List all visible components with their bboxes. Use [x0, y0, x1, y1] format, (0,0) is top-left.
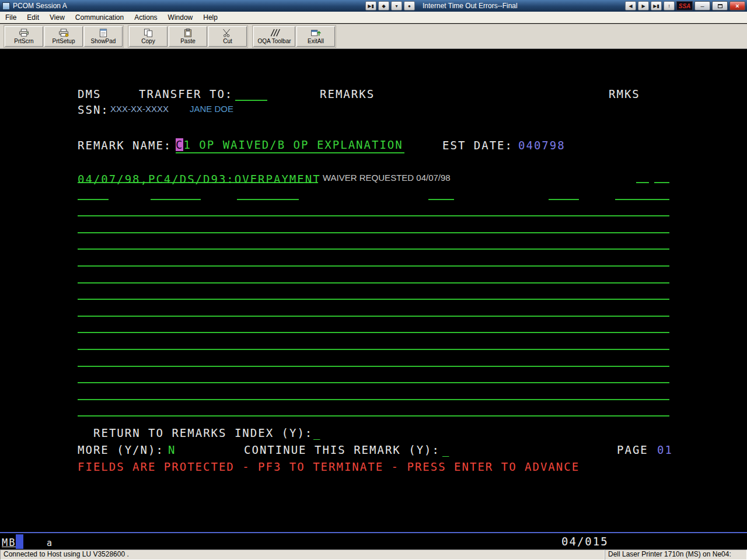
prtscrn-button[interactable]: PrtScrn: [5, 26, 43, 47]
cut-button[interactable]: Cut: [208, 26, 247, 47]
redaction-patch: [579, 195, 615, 202]
record-button[interactable]: ●: [404, 1, 415, 10]
titlebar-left: PCOM Session A: [0, 2, 365, 10]
paste-button[interactable]: Paste: [169, 26, 207, 47]
blank-remark-line: [78, 232, 669, 233]
blank-remark-line: [78, 215, 669, 216]
more-label: MORE (Y/N):: [78, 443, 164, 456]
blank-remark-line: [78, 366, 669, 367]
copy-icon: [142, 29, 154, 37]
menubar: File Edit View Communication Actions Win…: [0, 12, 747, 23]
close-button[interactable]: ×: [729, 1, 745, 10]
remark-name-label: REMARK NAME:: [78, 139, 172, 152]
toolbar-group-print: PrtScrn PrtSetup ShowPad: [4, 25, 124, 48]
blank-remark-line: [78, 316, 669, 317]
redaction-patch: [454, 195, 549, 202]
printer-status: Dell Laser Printer 1710n (MS) on Ne04:: [605, 550, 747, 560]
cursor-position-indicator: 04/015: [561, 535, 609, 548]
ssa-logo: SSA: [676, 1, 693, 10]
oqa-lines-icon: [268, 29, 280, 37]
paste-icon: [182, 29, 194, 37]
toolbar: PrtScrn PrtSetup ShowPad Copy Paste: [0, 24, 747, 49]
nav-back-button[interactable]: ◀: [625, 1, 636, 10]
menu-actions[interactable]: Actions: [129, 12, 162, 23]
ssn-value: XXX-XX-XXXX: [110, 104, 169, 114]
window-title: PCOM Session A: [13, 2, 67, 10]
blank-remark-line: [78, 399, 669, 400]
restore-button[interactable]: [712, 1, 728, 10]
est-date-value: 040798: [518, 139, 566, 152]
oia-status-indicator: MB: [2, 536, 16, 549]
blank-remark-line: [78, 249, 669, 250]
media-clip-button[interactable]: ▶▮: [365, 1, 376, 10]
page-label: PAGE: [617, 443, 648, 456]
remark-name-field[interactable]: C1 OP WAIVED/B OP EXPLANATION: [176, 138, 404, 153]
blank-remark-line: [78, 415, 669, 416]
restore-icon: [718, 4, 722, 8]
menu-edit[interactable]: Edit: [22, 12, 44, 23]
blank-remark-line: [78, 265, 669, 267]
window-titlebar: PCOM Session A ▶▮ ◆ ▾ ● Internet Time Ou…: [0, 0, 747, 12]
blank-remark-line: [78, 299, 669, 300]
remark-annotation: WAIVER REQUESTED 04/07/98: [323, 173, 451, 183]
terminal-cursor[interactable]: C: [176, 138, 183, 151]
copy-label: Copy: [141, 38, 155, 44]
app-icon: [2, 2, 10, 10]
embedded-titlebar: ▶▮ ◆ ▾ ● Internet Time Out Errors--Final…: [365, 1, 747, 10]
exitall-button[interactable]: ExitAll: [296, 26, 335, 47]
diamond-button[interactable]: ◆: [378, 1, 389, 10]
transfer-to-label: TRANSFER TO:: [139, 88, 233, 100]
alert-button[interactable]: !: [664, 1, 675, 10]
cut-label: Cut: [223, 38, 232, 44]
pcom-window: PCOM Session A ▶▮ ◆ ▾ ● Internet Time Ou…: [0, 0, 747, 560]
showpad-button[interactable]: ShowPad: [84, 26, 123, 47]
remark-name-value: 1 OP WAIVED/B OP EXPLANATION: [183, 138, 403, 151]
exit-window-icon: [310, 29, 322, 37]
redaction-patch: [201, 195, 237, 202]
notepad-icon: [97, 29, 109, 37]
redaction-patch: [109, 195, 151, 202]
oqa-toolbar-button[interactable]: OQA Toolbar: [253, 26, 295, 47]
redaction-patch: [299, 195, 428, 202]
blank-remark-line: [78, 282, 669, 284]
terminal-screen: DMS TRANSFER TO: REMARKS RMKS SSN: XXX-X…: [0, 49, 747, 532]
menu-file[interactable]: File: [0, 12, 22, 23]
copy-button[interactable]: Copy: [129, 26, 167, 47]
minimize-button[interactable]: –: [694, 1, 710, 10]
blank-remark-line: [78, 382, 669, 383]
nav-forward-button[interactable]: ▶▮: [651, 1, 662, 10]
prtscrn-label: PrtScrn: [14, 38, 33, 44]
menu-help[interactable]: Help: [198, 12, 223, 23]
rmks-label: RMKS: [609, 88, 640, 100]
menu-view[interactable]: View: [44, 12, 70, 23]
nav-play-button[interactable]: ▶: [638, 1, 649, 10]
oia-cursor-block: [16, 534, 23, 549]
prtsetup-button[interactable]: PrtSetup: [44, 26, 83, 47]
transfer-to-field[interactable]: [235, 100, 267, 101]
more-value[interactable]: N: [168, 443, 176, 456]
page-value: 01: [657, 443, 673, 456]
connection-status: Connected to Host using LU V3528600 .: [0, 550, 605, 560]
embedded-window-title: Internet Time Out Errors--Final: [417, 2, 623, 10]
redaction-patch: [649, 178, 654, 185]
est-date-label: EST DATE:: [442, 139, 513, 152]
toolbar-group-misc: OQA Toolbar ExitAll: [252, 25, 336, 48]
continue-remark-label: CONTINUE THIS REMARK (Y):: [244, 443, 440, 456]
oia-status-row: MB a 04/015: [0, 532, 747, 550]
scissors-icon: [222, 29, 233, 37]
dropdown-chevron-button[interactable]: ▾: [391, 1, 402, 10]
person-name: JANE DOE: [190, 104, 233, 114]
oia-input-char: a: [47, 537, 53, 550]
return-to-index-label: RETURN TO REMARKS INDEX (Y):: [93, 426, 313, 439]
dms-label: DMS: [78, 88, 101, 100]
ssn-label: SSN:: [78, 103, 109, 116]
protected-fields-warning: FIELDS ARE PROTECTED - PF3 TO TERMINATE …: [78, 460, 580, 473]
menu-window[interactable]: Window: [163, 12, 198, 23]
statusbar: Connected to Host using LU V3528600 . De…: [0, 550, 747, 560]
exitall-label: ExitAll: [308, 38, 324, 44]
toolbar-group-clipboard: Copy Paste Cut: [128, 25, 248, 48]
continue-remark-field[interactable]: _: [442, 443, 450, 456]
showpad-label: ShowPad: [91, 38, 116, 44]
return-to-index-field[interactable]: _: [313, 426, 321, 439]
menu-communication[interactable]: Communication: [70, 12, 129, 23]
